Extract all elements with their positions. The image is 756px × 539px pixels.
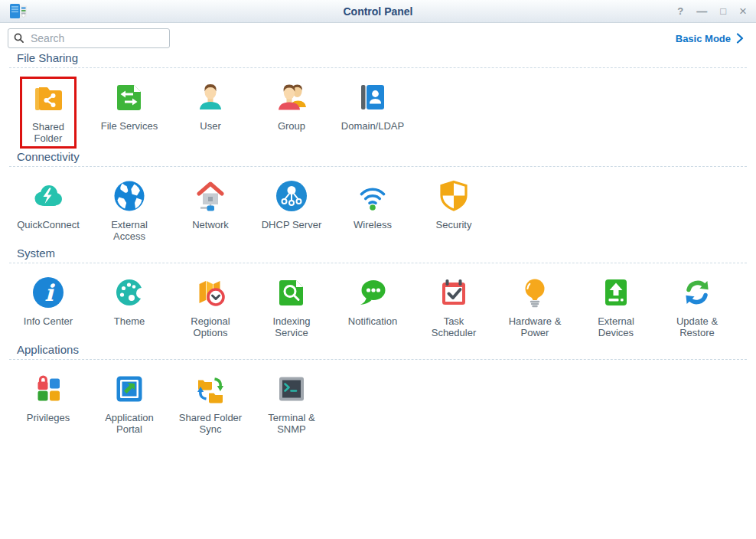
item-domain-ldap[interactable]: Domain/LDAP (332, 77, 413, 149)
application-portal-icon (111, 371, 148, 407)
shared-folder-sync-icon (192, 371, 229, 407)
item-label: QuickConnect (17, 219, 80, 230)
item-network[interactable]: Network (170, 175, 251, 245)
item-quickconnect[interactable]: QuickConnect (8, 175, 89, 245)
item-label: External Devices (598, 315, 634, 338)
item-inner: Theme (104, 272, 155, 330)
search-box[interactable] (8, 28, 170, 48)
item-inner: Group (266, 77, 317, 135)
task-scheduler-icon (435, 274, 472, 311)
item-label: Regional Options (191, 315, 230, 338)
item-label: Wireless (354, 219, 392, 230)
item-label: Privileges (27, 412, 70, 423)
item-user[interactable]: User (170, 77, 251, 149)
item-regional-options[interactable]: Regional Options (170, 272, 251, 341)
item-inner: Privileges (20, 368, 77, 426)
item-application-portal[interactable]: Application Portal (89, 368, 170, 438)
external-devices-icon (598, 274, 634, 311)
item-label: User (200, 120, 220, 132)
chevron-right-icon (736, 33, 744, 44)
item-inner: User (185, 77, 236, 135)
toolbar: Basic Mode (0, 23, 756, 50)
item-inner: Notification (341, 272, 404, 330)
item-external-devices[interactable]: External Devices (575, 272, 657, 341)
notification-icon (354, 274, 391, 311)
item-inner: File Services (94, 77, 165, 135)
item-label: Hardware & Power (509, 315, 562, 338)
item-label: Domain/LDAP (341, 120, 404, 132)
item-theme[interactable]: Theme (89, 272, 170, 341)
update-restore-icon (679, 274, 715, 311)
security-icon (435, 178, 472, 214)
item-task-scheduler[interactable]: Task Scheduler (413, 272, 494, 341)
terminal-snmp-icon (273, 371, 310, 407)
privileges-icon (30, 371, 67, 407)
item-inner: Shared Folder (20, 77, 77, 149)
item-group[interactable]: Group (251, 77, 332, 149)
item-external-access[interactable]: External Access (89, 175, 170, 245)
item-label: Shared Folder Sync (179, 412, 242, 435)
item-notification[interactable]: Notification (332, 272, 413, 341)
hardware-power-icon (516, 274, 553, 311)
item-inner: Application Portal (98, 368, 161, 438)
item-label: External Access (96, 219, 163, 242)
section: System i Info Center Theme Regional Opti… (8, 247, 748, 341)
item-inner: Update & Restore (670, 272, 725, 341)
item-terminal-snmp[interactable]: Terminal & SNMP (251, 368, 332, 438)
item-inner: Security (429, 175, 479, 234)
section-title: Connectivity (17, 150, 748, 163)
dhcp-server-icon (273, 178, 310, 214)
item-label: Info Center (24, 315, 73, 327)
close-button[interactable]: × (739, 5, 747, 18)
item-shared-folder[interactable]: Shared Folder (8, 77, 89, 149)
item-hardware-power[interactable]: Hardware & Power (494, 272, 575, 341)
item-label: Application Portal (105, 412, 154, 435)
item-label: Shared Folder (32, 121, 64, 144)
item-inner: Wireless (347, 175, 399, 234)
item-inner: DHCP Server (255, 175, 329, 234)
item-inner: Network (185, 175, 236, 234)
item-shared-folder-sync[interactable]: Shared Folder Sync (170, 368, 251, 438)
group-icon (273, 79, 310, 116)
item-inner: External Devices (591, 272, 641, 341)
item-label: Security (436, 219, 472, 230)
sections: File Sharing Shared Folder File Services… (0, 51, 756, 438)
item-dhcp-server[interactable]: DHCP Server (251, 175, 332, 245)
info-center-icon: i (30, 274, 67, 311)
item-label: Update & Restore (676, 315, 718, 338)
maximize-button[interactable]: □ (720, 6, 726, 16)
quickconnect-icon (30, 178, 67, 214)
section-items: QuickConnect External Access Network DHC… (8, 167, 748, 245)
item-inner: Indexing Service (266, 272, 317, 341)
item-privileges[interactable]: Privileges (8, 368, 89, 438)
help-button[interactable]: ? (677, 6, 683, 16)
window-title: Control Panel (0, 5, 756, 18)
title-bar: Control Panel ?—□× (0, 0, 756, 23)
indexing-service-icon (273, 274, 310, 311)
item-update-restore[interactable]: Update & Restore (657, 272, 738, 341)
theme-icon (111, 274, 148, 311)
item-wireless[interactable]: Wireless (332, 175, 413, 245)
section-title: System (17, 247, 748, 260)
item-info-center[interactable]: i Info Center (8, 272, 89, 341)
search-input[interactable] (29, 31, 164, 45)
window-controls: ?—□× (677, 5, 747, 18)
control-panel-app-icon (9, 2, 28, 21)
item-label: Group (278, 120, 305, 132)
basic-mode-link[interactable]: Basic Mode (676, 33, 744, 44)
item-label: File Services (101, 120, 158, 132)
item-inner: QuickConnect (10, 175, 86, 234)
shared-folder-icon (30, 80, 67, 116)
item-label: Notification (348, 315, 397, 327)
external-access-icon (111, 178, 148, 214)
item-inner: Task Scheduler (413, 272, 494, 341)
section-items: i Info Center Theme Regional Options Ind… (8, 263, 748, 341)
section-items: Shared Folder File Services User Group D… (8, 68, 748, 149)
item-label: Indexing Service (272, 315, 310, 338)
minimize-button[interactable]: — (696, 6, 707, 17)
item-inner: Domain/LDAP (334, 77, 411, 135)
item-security[interactable]: Security (413, 175, 494, 245)
item-file-services[interactable]: File Services (89, 77, 170, 149)
network-icon (192, 178, 229, 214)
item-indexing-service[interactable]: Indexing Service (251, 272, 332, 341)
